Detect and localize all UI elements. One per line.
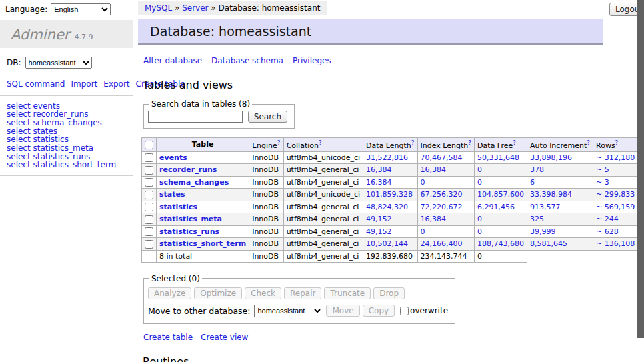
sidebar-nav-links: SQL commandImportExportCreate table (7, 80, 128, 89)
auto-increment-cell: 33,898,196 (527, 151, 593, 164)
link-create-table[interactable]: Create table (143, 333, 193, 342)
sidebar-item-select-statistics-meta[interactable]: select statistics_meta (7, 144, 133, 153)
database-action-links: Alter databaseDatabase schemaPrivileges (143, 56, 637, 65)
help-icon[interactable]: ? (468, 139, 471, 146)
overwrite-label: overwrite (410, 306, 448, 315)
rows-count-cell: ~ 299,833 (593, 189, 638, 201)
column-label: Data Free (477, 141, 513, 150)
action-link-database-schema[interactable]: Database schema (211, 56, 283, 65)
index-length-cell: 0 (417, 176, 475, 189)
breadcrumb-current: Database: homeassistant (219, 3, 321, 13)
language-select[interactable]: English (51, 3, 111, 15)
move-db-select[interactable]: homeassistant (254, 305, 323, 317)
link-create-view[interactable]: Create view (201, 333, 248, 342)
help-icon[interactable]: ? (587, 139, 590, 146)
data-free-cell: 0 (475, 164, 527, 177)
footer-index-length: 234,143,744 (417, 250, 475, 262)
rows-count-cell: ~ 569,159 (593, 201, 638, 213)
scrollbar[interactable] (637, 0, 644, 362)
selected-legend: Selected (0) (149, 274, 202, 283)
help-icon[interactable]: ? (411, 139, 415, 146)
row-checkbox[interactable] (145, 178, 153, 187)
breadcrumb-link[interactable]: Server (182, 3, 208, 13)
column-label: Collation (287, 141, 319, 150)
search-input[interactable] (148, 111, 243, 123)
row-checkbox[interactable] (145, 191, 153, 199)
analyze-button: Analyze (148, 287, 191, 299)
rows-count-cell: ~ 136,108 (593, 238, 638, 251)
auto-increment-cell: 378 (527, 164, 593, 177)
row-checkbox-cell (142, 225, 157, 238)
table-name-link[interactable]: statistics (159, 203, 197, 211)
sidebar-divider (0, 175, 133, 176)
collation-cell: utf8mb4_general_ci (283, 201, 363, 213)
row-checkbox-cell (142, 189, 157, 201)
data-length-cell: 49,152 (363, 225, 417, 238)
collation-cell: utf8mb4_general_ci (283, 213, 363, 226)
table-name-link[interactable]: events (159, 153, 187, 162)
page-title: Database: homeassistant (138, 19, 603, 45)
data-free-cell: 6,291,456 (475, 201, 527, 213)
column-header-auto-increment: Auto Increment? (527, 138, 593, 152)
data-free-cell: 0 (475, 176, 527, 189)
table-row: statistics_runsInnoDButf8mb4_general_ci4… (142, 225, 644, 238)
nav-link-export[interactable]: Export (103, 79, 129, 89)
table-row: eventsInnoDButf8mb4_unicode_ci31,522,816… (142, 151, 644, 164)
help-icon[interactable]: ? (319, 139, 322, 146)
table-name-link[interactable]: schema_changes (159, 178, 229, 187)
column-label: Table (192, 140, 214, 149)
search-fieldset: Search data in tables (8) Search (143, 99, 295, 129)
check-button: Check (245, 287, 281, 299)
row-checkbox[interactable] (145, 153, 153, 162)
adminer-version[interactable]: 4.7.9 (74, 33, 93, 41)
db-label: DB: (7, 58, 21, 67)
row-checkbox[interactable] (145, 240, 153, 249)
footer-empty-cell (142, 250, 157, 262)
help-icon[interactable]: ? (277, 139, 281, 146)
language-label: Language: (5, 5, 47, 14)
table-name-link[interactable]: recorder_runs (159, 165, 217, 174)
sidebar-item-select-schema-changes[interactable]: select schema_changes (7, 119, 133, 127)
nav-link-sql-command[interactable]: SQL command (7, 79, 65, 89)
action-link-alter-database[interactable]: Alter database (143, 56, 202, 65)
table-name-link[interactable]: statistics_runs (159, 227, 219, 236)
sidebar-item-select-statistics-short-term[interactable]: select statistics_short_term (7, 161, 133, 169)
sidebar: Language: English Adminer 4.7.9 DB: home… (0, 0, 133, 176)
sidebar-item-select-recorder-runs[interactable]: select recorder_runs (7, 110, 133, 119)
table-name-cell: recorder_runs (157, 164, 249, 177)
db-select[interactable]: homeassistant (25, 57, 92, 69)
data-free-cell: 0 (475, 225, 527, 238)
select-all-checkbox[interactable] (145, 141, 153, 149)
index-length-cell: 72,220,672 (417, 201, 475, 213)
move-row: Move to other database: homeassistant Mo… (148, 305, 448, 317)
footer-data-free: 0 (475, 250, 527, 262)
help-icon[interactable]: ? (513, 139, 516, 146)
adminer-logo[interactable]: Adminer (11, 27, 69, 43)
row-checkbox[interactable] (145, 166, 153, 175)
table-name-cell: events (157, 151, 249, 164)
row-checkbox[interactable] (145, 215, 153, 224)
column-label: Index Length (421, 141, 469, 150)
nav-link-import[interactable]: Import (71, 79, 97, 89)
column-header-table: Table (157, 138, 249, 152)
overwrite-checkbox[interactable] (400, 307, 409, 315)
table-name-link[interactable]: statistics_short_term (159, 239, 246, 248)
action-link-privileges[interactable]: Privileges (293, 56, 331, 65)
row-checkbox[interactable] (145, 203, 153, 211)
search-button[interactable]: Search (248, 111, 287, 123)
table-name-link[interactable]: states (159, 190, 185, 199)
header-checkbox-cell (142, 138, 157, 152)
auto-increment-cell: 6 (527, 176, 593, 189)
row-checkbox[interactable] (145, 227, 153, 236)
data-length-cell: 31,522,816 (363, 151, 417, 164)
collation-cell: utf8mb4_general_ci (283, 164, 363, 177)
auto-increment-cell: 33,398,984 (527, 189, 593, 201)
auto-increment-cell: 913,577 (527, 201, 593, 213)
table-name-link[interactable]: statistics_meta (159, 215, 222, 223)
table-name-cell: statistics_short_term (157, 238, 249, 251)
data-length-cell: 101,859,328 (363, 189, 417, 201)
optimize-button: Optimize (194, 287, 242, 299)
breadcrumb-link[interactable]: MySQL (145, 3, 172, 13)
scrollbar-thumb[interactable] (637, 0, 644, 338)
help-icon[interactable]: ? (615, 139, 619, 146)
